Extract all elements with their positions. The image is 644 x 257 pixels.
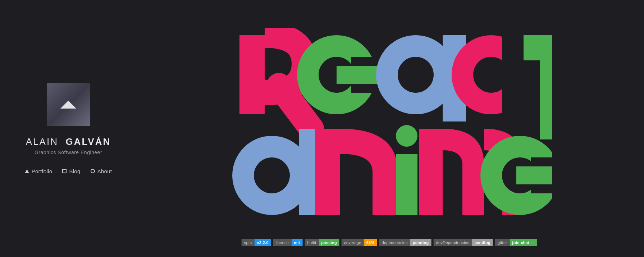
nav-label-about: About bbox=[97, 168, 112, 174]
badge-coverage-value: 63% bbox=[364, 239, 377, 246]
avatar bbox=[47, 83, 90, 126]
badge-gitter[interactable]: gitter join chat → bbox=[495, 239, 537, 246]
badge-build: build passing bbox=[305, 239, 339, 246]
svg-point-17 bbox=[396, 125, 417, 147]
svg-point-6 bbox=[398, 57, 434, 93]
svg-rect-19 bbox=[419, 129, 443, 215]
badge-license: license mit bbox=[273, 239, 303, 246]
badge-devdependencies: devDependencies pending bbox=[434, 239, 493, 246]
avatar-chevron-icon bbox=[60, 101, 76, 109]
svg-rect-23 bbox=[516, 166, 552, 184]
badge-license-value: mit bbox=[291, 239, 302, 246]
letter-a2-blue bbox=[232, 129, 322, 215]
nav-item-about[interactable]: About bbox=[91, 168, 112, 174]
badge-gitter-label: gitter bbox=[495, 239, 510, 246]
logo-area bbox=[137, 0, 644, 257]
svg-point-14 bbox=[254, 157, 290, 193]
nav-item-portfolio[interactable]: Portfolio bbox=[25, 168, 52, 174]
logo-svg-container bbox=[229, 28, 552, 229]
nav-label-portfolio: Portfolio bbox=[32, 168, 52, 174]
badge-devdependencies-label: devDependencies bbox=[434, 239, 472, 246]
svg-rect-16 bbox=[315, 129, 340, 215]
svg-rect-0 bbox=[239, 35, 265, 114]
svg-rect-11 bbox=[524, 35, 552, 60]
badge-build-value: passing bbox=[319, 239, 339, 246]
badge-dependencies-value: pending bbox=[410, 239, 431, 246]
author-name: ALAIN GALVÁN bbox=[26, 136, 111, 147]
letter-n-pink bbox=[315, 129, 398, 215]
sidebar: ALAIN GALVÁN Graphics Software Engineer … bbox=[0, 0, 137, 257]
triangle-icon bbox=[25, 169, 29, 173]
badge-devdependencies-value: pending bbox=[472, 239, 493, 246]
react-anime-logo bbox=[229, 28, 552, 229]
badges-bar: npm v2.2.0 license mit build passing cov… bbox=[241, 239, 539, 246]
main-content: npm v2.2.0 license mit build passing cov… bbox=[137, 0, 644, 257]
svg-rect-18 bbox=[396, 154, 417, 215]
navigation: Portfolio Blog About bbox=[25, 168, 112, 174]
nav-item-blog[interactable]: Blog bbox=[62, 168, 80, 174]
badge-dependencies: dependencies pending bbox=[379, 239, 431, 246]
author-last-name: GALVÁN bbox=[65, 136, 111, 147]
badge-coverage: coverage 63% bbox=[342, 239, 377, 246]
badge-dependencies-label: dependencies bbox=[379, 239, 410, 246]
badge-gitter-value: join chat → bbox=[510, 239, 537, 246]
badge-build-label: build bbox=[305, 239, 319, 246]
badge-npm-value: v2.2.0 bbox=[254, 239, 271, 246]
author-title: Graphics Software Engineer bbox=[35, 150, 102, 155]
badge-npm: npm v2.2.0 bbox=[241, 239, 271, 246]
square-icon bbox=[62, 169, 67, 173]
letter-i-green bbox=[396, 125, 417, 215]
svg-rect-12 bbox=[540, 60, 552, 139]
badge-license-label: license bbox=[273, 239, 291, 246]
circle-icon bbox=[91, 169, 95, 173]
author-first-name: ALAIN bbox=[26, 136, 58, 147]
nav-label-blog: Blog bbox=[69, 168, 80, 174]
badge-coverage-label: coverage bbox=[342, 239, 364, 246]
badge-npm-label: npm bbox=[241, 239, 254, 246]
